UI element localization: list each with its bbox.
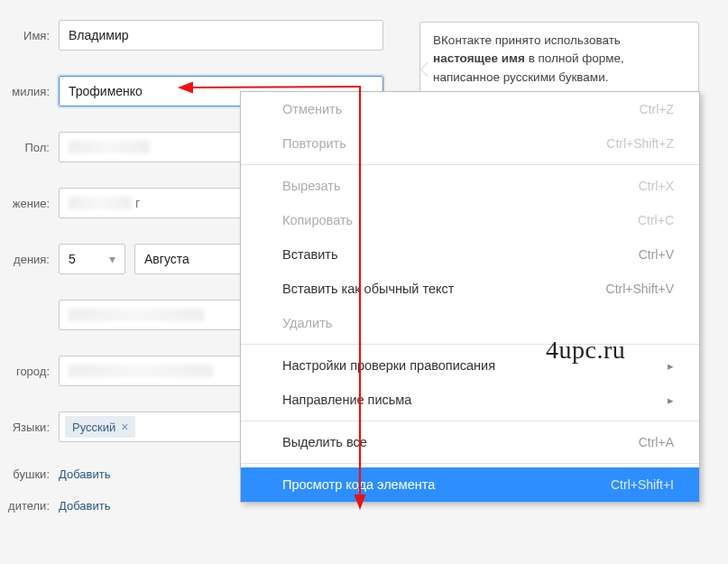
menu-copy[interactable]: Копировать Ctrl+C: [241, 203, 699, 237]
menu-label: Вставить как обычный текст: [282, 282, 454, 296]
menu-label: Настройки проверки правописания: [282, 358, 495, 373]
menu-shortcut: Ctrl+C: [638, 213, 674, 227]
label-gender: Пол:: [0, 141, 59, 154]
menu-label: Копировать: [282, 213, 353, 227]
menu-label: Отменить: [282, 102, 342, 116]
menu-shortcut: Ctrl+Shift+I: [611, 477, 674, 492]
tooltip-text-1: ВКонтакте принято использовать: [433, 33, 621, 47]
menu-direction[interactable]: Направление письма ▸: [241, 383, 699, 417]
watermark-text: 4upc.ru: [546, 336, 625, 365]
add-grandma-link[interactable]: Добавить: [59, 467, 110, 481]
menu-label: Вырезать: [282, 179, 341, 193]
menu-spellcheck[interactable]: Настройки проверки правописания ▸: [241, 348, 699, 383]
menu-shortcut: Ctrl+A: [639, 435, 674, 449]
name-help-tooltip: ВКонтакте принято использовать настоящее…: [419, 22, 699, 97]
menu-shortcut: Ctrl+X: [639, 179, 674, 193]
menu-label: Просмотр кода элемента: [282, 477, 435, 492]
lang-tag-label: Русский: [72, 421, 115, 434]
birth-month-select[interactable]: Августа: [134, 244, 243, 274]
menu-undo[interactable]: Отменить Ctrl+Z: [241, 92, 699, 126]
blurred-value: [69, 141, 150, 153]
blurred-value: [69, 309, 204, 321]
chevron-down-icon: ▾: [109, 252, 115, 266]
menu-shortcut: Ctrl+Z: [640, 102, 675, 116]
menu-shortcut: Ctrl+Shift+Z: [606, 136, 674, 151]
menu-separator: [241, 421, 699, 421]
menu-cut[interactable]: Вырезать Ctrl+X: [241, 169, 699, 203]
menu-inspect-element[interactable]: Просмотр кода элемента Ctrl+Shift+I: [241, 467, 699, 502]
tooltip-bold: настоящее имя: [433, 51, 525, 65]
chevron-right-icon: ▸: [668, 359, 674, 373]
blurred-value: [69, 197, 132, 209]
menu-redo[interactable]: Повторить Ctrl+Shift+Z: [241, 126, 699, 161]
menu-label: Удалить: [282, 316, 332, 330]
menu-paste[interactable]: Вставить Ctrl+V: [241, 237, 699, 272]
birth-day-value: 5: [69, 252, 76, 266]
menu-shortcut: Ctrl+Shift+V: [606, 282, 674, 296]
menu-delete[interactable]: Удалить: [241, 306, 699, 340]
lang-tag: Русский ×: [65, 416, 135, 438]
birth-selects: 5 ▾ Августа: [59, 244, 243, 274]
chevron-right-icon: ▸: [668, 393, 674, 407]
menu-label: Вставить: [282, 247, 337, 262]
blurred-value: [69, 365, 213, 377]
label-surname: милия:: [0, 85, 59, 98]
label-name: Имя:: [0, 29, 59, 42]
menu-separator: [241, 463, 699, 464]
menu-shortcut: Ctrl+V: [639, 247, 674, 262]
menu-separator: [241, 164, 699, 165]
menu-select-all[interactable]: Выделить все Ctrl+A: [241, 425, 699, 459]
marital-suffix: г: [135, 196, 140, 210]
first-name-input[interactable]: [59, 20, 383, 51]
menu-label: Повторить: [282, 136, 346, 151]
label-birth: дения:: [0, 253, 59, 266]
label-langs: Языки:: [0, 421, 59, 434]
birth-day-select[interactable]: 5 ▾: [59, 244, 125, 274]
menu-separator: [241, 344, 699, 345]
menu-label: Выделить все: [282, 435, 367, 449]
context-menu: Отменить Ctrl+Z Повторить Ctrl+Shift+Z В…: [240, 91, 700, 503]
add-parents-link[interactable]: Добавить: [59, 499, 110, 513]
label-grandma: бушки:: [0, 467, 59, 481]
label-city: город:: [0, 365, 59, 378]
birth-month-value: Августа: [144, 252, 189, 266]
menu-paste-plain[interactable]: Вставить как обычный текст Ctrl+Shift+V: [241, 272, 699, 306]
close-icon[interactable]: ×: [121, 420, 128, 434]
label-parents: дители:: [0, 499, 59, 513]
menu-label: Направление письма: [282, 393, 411, 407]
label-marital: жение:: [0, 197, 59, 210]
